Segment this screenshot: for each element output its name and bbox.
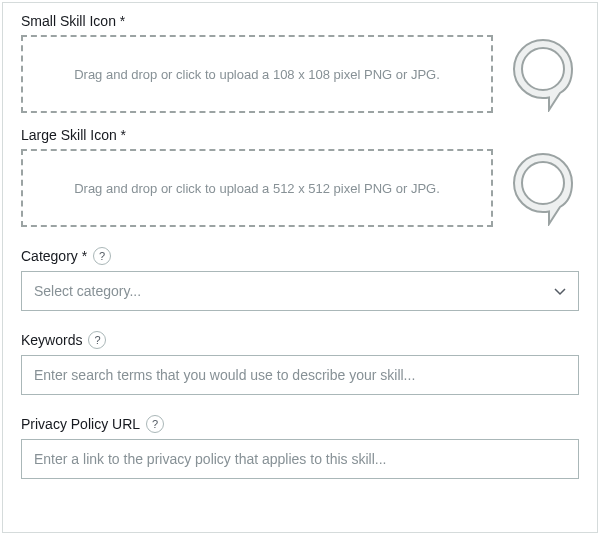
chevron-down-icon [554, 283, 566, 299]
large-icon-preview [507, 150, 579, 226]
privacy-label-row: Privacy Policy URL ? [21, 415, 579, 433]
svg-point-1 [522, 162, 564, 204]
category-field: Category * ? Select category... [21, 247, 579, 311]
category-placeholder: Select category... [34, 283, 141, 299]
keywords-label-row: Keywords ? [21, 331, 579, 349]
speech-bubble-icon [510, 36, 576, 112]
keywords-label: Keywords [21, 332, 82, 348]
privacy-field: Privacy Policy URL ? [21, 415, 579, 479]
keywords-input[interactable] [21, 355, 579, 395]
category-label-row: Category * ? [21, 247, 579, 265]
large-icon-dropzone[interactable]: Drag and drop or click to upload a 512 x… [21, 149, 493, 227]
small-icon-label: Small Skill Icon * [21, 13, 579, 29]
small-icon-row: Drag and drop or click to upload a 108 x… [21, 35, 579, 113]
large-icon-row: Drag and drop or click to upload a 512 x… [21, 149, 579, 227]
help-icon[interactable]: ? [146, 415, 164, 433]
large-icon-label: Large Skill Icon * [21, 127, 579, 143]
category-select[interactable]: Select category... [21, 271, 579, 311]
speech-bubble-icon [510, 150, 576, 226]
help-icon[interactable]: ? [93, 247, 111, 265]
help-icon[interactable]: ? [88, 331, 106, 349]
privacy-label: Privacy Policy URL [21, 416, 140, 432]
keywords-field: Keywords ? [21, 331, 579, 395]
svg-point-0 [522, 48, 564, 90]
large-icon-field: Large Skill Icon * Drag and drop or clic… [21, 127, 579, 227]
privacy-input[interactable] [21, 439, 579, 479]
large-icon-drop-text: Drag and drop or click to upload a 512 x… [74, 181, 440, 196]
small-icon-drop-text: Drag and drop or click to upload a 108 x… [74, 67, 440, 82]
small-icon-field: Small Skill Icon * Drag and drop or clic… [21, 13, 579, 113]
category-label: Category * [21, 248, 87, 264]
skill-form-panel: Small Skill Icon * Drag and drop or clic… [2, 2, 598, 533]
small-icon-dropzone[interactable]: Drag and drop or click to upload a 108 x… [21, 35, 493, 113]
small-icon-preview [507, 36, 579, 112]
